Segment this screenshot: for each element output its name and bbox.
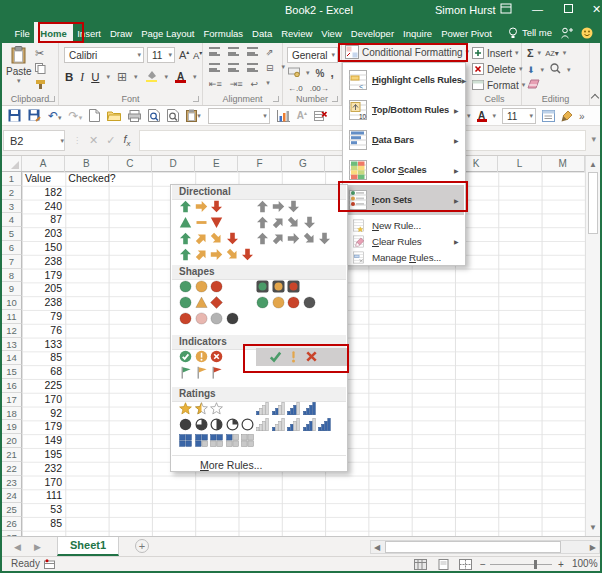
icon-set-option[interactable] [179, 296, 223, 309]
bars-2-icon[interactable] [272, 402, 285, 415]
row-header-4[interactable]: 4 [2, 213, 22, 227]
enter-icon[interactable]: ✓ [106, 134, 115, 147]
dash-y-icon[interactable] [195, 216, 208, 229]
sort-filter-button[interactable]: AZ▾ [545, 49, 559, 58]
cell[interactable]: 203 [23, 227, 62, 241]
cell[interactable]: 111 [23, 489, 62, 503]
cell[interactable]: 179 [23, 420, 62, 434]
row-header-23[interactable]: 23 [2, 476, 22, 490]
more-rules-item[interactable]: More Rules... [172, 455, 346, 471]
new-sheet-button[interactable]: + [135, 539, 149, 553]
c-g-icon[interactable] [256, 296, 269, 309]
scroll-left-icon[interactable]: ◀ [374, 543, 380, 552]
row-header-9[interactable]: 9 [2, 282, 22, 296]
format-painter-button[interactable] [35, 79, 47, 92]
wrap-text-button[interactable]: ↩ [251, 79, 259, 89]
menu-item-data-bars[interactable]: Data Bars▶ [344, 125, 464, 155]
tri-y-icon[interactable] [195, 296, 208, 309]
cut-button[interactable]: ✂ [35, 47, 44, 60]
aur-gr-icon[interactable] [272, 216, 285, 229]
row-header-3[interactable]: 3 [2, 200, 22, 214]
italic-button[interactable]: I [80, 71, 84, 83]
insert-function-icon[interactable]: fx [123, 133, 130, 148]
name-box-dropdown[interactable]: ▾ [60, 137, 64, 145]
row-header-15[interactable]: 15 [2, 365, 22, 379]
align-left-button[interactable] [209, 63, 220, 72]
au-g-icon[interactable] [179, 232, 192, 245]
row-header-1[interactable]: 1 [2, 172, 22, 186]
bars-2-icon[interactable] [287, 418, 300, 431]
icon-set-option[interactable] [256, 200, 300, 213]
share-icon[interactable] [560, 27, 573, 39]
box-0-icon[interactable] [241, 434, 254, 447]
bars-0-icon[interactable] [256, 418, 269, 431]
ex-y-icon[interactable] [287, 350, 300, 363]
decrease-decimal-button[interactable]: .00→ [310, 84, 329, 93]
au-g-icon[interactable] [179, 248, 192, 261]
cell[interactable]: 238 [23, 296, 62, 310]
column-headers[interactable]: ABCDEFGHIJKLM [2, 156, 585, 172]
row-header-5[interactable]: 5 [2, 227, 22, 241]
cell[interactable]: 133 [23, 338, 62, 352]
flag-y-icon[interactable] [195, 366, 208, 379]
scroll-right-icon[interactable]: ▶ [590, 543, 596, 552]
open-folder-icon[interactable] [107, 110, 121, 121]
increase-decimal-button[interactable]: ←.0 [288, 84, 303, 93]
xx-r-icon[interactable] [305, 350, 318, 363]
font-name-combo[interactable]: Calibri▾ [64, 47, 144, 63]
icon-set-option[interactable] [179, 248, 254, 261]
cell[interactable]: Value [25, 172, 51, 186]
qat-overflow-dropdown[interactable]: ▾ [467, 112, 471, 120]
column-header-L[interactable]: L [498, 156, 541, 172]
print-preview-icon[interactable] [148, 109, 160, 122]
maximize-button[interactable] [564, 3, 573, 15]
cell[interactable]: 53 [23, 503, 62, 517]
pie-0-icon[interactable] [241, 418, 254, 431]
cell[interactable]: 85 [23, 351, 62, 365]
fill-button[interactable]: ⬇ [527, 65, 535, 75]
row-header-13[interactable]: 13 [2, 338, 22, 352]
merge-center-button[interactable]: ⊟ [266, 63, 274, 73]
menu-item-manage-rules[interactable]: Manage Rules... [344, 249, 464, 265]
row-header-16[interactable]: 16 [2, 379, 22, 393]
row-header-19[interactable]: 19 [2, 420, 22, 434]
aur-gr-icon[interactable] [272, 232, 285, 245]
c-gray-icon[interactable] [210, 312, 223, 325]
save-as-icon[interactable] [28, 109, 41, 122]
icon-set-option[interactable] [179, 312, 239, 325]
ad-r-icon[interactable] [210, 200, 223, 213]
cell[interactable]: 79 [23, 310, 62, 324]
paste-special-button[interactable]: ▾ [186, 109, 201, 122]
align-middle-button[interactable] [228, 47, 239, 56]
cell[interactable]: 68 [23, 365, 62, 379]
box-1-icon[interactable] [226, 434, 239, 447]
row-header-18[interactable]: 18 [2, 407, 22, 421]
menu-item-highlight-cells-rules[interactable]: <Highlight Cells Rules▶ [344, 65, 464, 95]
page-break-view-icon[interactable] [459, 559, 472, 572]
ribbon-tab-draw[interactable]: Draw [105, 22, 136, 43]
row-header-22[interactable]: 22 [2, 462, 22, 476]
normal-view-icon[interactable] [414, 559, 427, 572]
copy-button[interactable] [35, 63, 46, 76]
qat-combo[interactable]: ▾ [208, 108, 270, 124]
prev-sheet-button[interactable]: ◀ [14, 542, 21, 552]
redo-button[interactable]: ↷▾ [69, 109, 83, 123]
percent-style-button[interactable]: % [316, 68, 325, 79]
zoom-slider-thumb[interactable] [534, 560, 537, 569]
fill-color-dropdown[interactable]: ▾ [165, 73, 169, 81]
bold-button[interactable]: B [65, 71, 73, 83]
c-dk-icon[interactable] [303, 296, 316, 309]
row-header-25[interactable]: 25 [2, 503, 22, 517]
cell[interactable]: 149 [23, 434, 62, 448]
formula-bar-expand-icon[interactable]: ▾ [591, 134, 596, 144]
row-header-7[interactable]: 7 [2, 255, 22, 269]
column-header-D[interactable]: D [152, 156, 195, 172]
aur-y-icon[interactable] [195, 232, 208, 245]
tl-y-icon[interactable] [272, 280, 285, 293]
qat-font-color-button[interactable]: A [477, 110, 487, 122]
icon-set-option[interactable] [256, 402, 316, 415]
ar-gr-icon[interactable] [287, 232, 300, 245]
pie-4-icon[interactable] [179, 418, 192, 431]
qat-font-size-combo[interactable]: 11▾ [502, 108, 536, 124]
grow-font-button[interactable]: A▴ [179, 48, 189, 61]
